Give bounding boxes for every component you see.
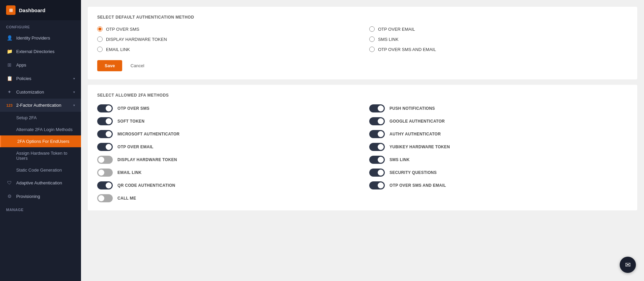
radio-display-hw[interactable]: DISPLAY HARDWARE TOKEN [97,36,356,42]
radio-input-otp-sms-email[interactable] [369,47,375,52]
toggle-label-t-display-hw: DISPLAY HARDWARE TOKEN [117,157,177,162]
radio-email-link[interactable]: EMAIL LINK [97,47,356,52]
toggle-t-qr[interactable] [97,181,113,189]
toggle-row-t-qr: QR CODE AUTHENTICATION [97,181,356,189]
toggle-row-t-push: PUSH NOTIFICATIONS [369,104,628,112]
sidebar-item-label: Customization [16,90,44,95]
app-icon: ⊞ [6,5,16,15]
toggle-t-soft[interactable] [97,117,113,125]
radio-input-display-hw[interactable] [97,36,103,42]
toggle-label-t-email-link: EMAIL LINK [117,170,141,175]
radio-input-email-link[interactable] [97,47,103,52]
provisioning-icon: ⚙ [6,194,13,199]
section-label-manage: Manage [0,203,81,214]
toggle-row-t-authy: AUTHY AUTHENTICATOR [369,130,628,138]
chevron-down-icon: ▾ [73,103,75,107]
toggle-label-t-authy: AUTHY AUTHENTICATOR [390,132,441,136]
chevron-down-icon: ▾ [73,77,75,80]
toggle-t-yubikey[interactable] [369,143,385,151]
sidebar-sub-alternate-2fa[interactable]: Alternate 2FA Login Methods [0,124,81,135]
sidebar-item-label: External Directories [16,49,54,54]
save-button[interactable]: Save [97,60,122,71]
apps-icon: ⊞ [6,62,13,68]
toggle-t-otp-sms-email[interactable] [369,181,385,189]
radio-label: SMS LINK [378,37,399,42]
toggle-label-t-sms-link: SMS LINK [390,157,410,162]
sidebar-item-provisioning[interactable]: ⚙ Provisioning [0,189,81,203]
toggle-label-t-google: GOOGLE AUTHENTICATOR [390,119,445,124]
external-dir-icon: 📁 [6,49,13,54]
radio-label: DISPLAY HARDWARE TOKEN [106,37,167,42]
toggle-label-t-yubikey: YUBIKEY HARDWARE TOKEN [390,145,450,149]
toggle-label-t-otp-sms-email: OTP OVER SMS AND EMAIL [390,183,446,188]
toggle-t-display-hw[interactable] [97,156,113,164]
toggle-label-t-soft: SOFT TOKEN [117,119,144,124]
toggle-label-t-call: CALL ME [117,196,136,201]
toggle-row-t-otp-sms: OTP OVER SMS [97,104,356,112]
sidebar-header: ⊞ Dashboard [0,0,81,20]
toggle-t-email-link[interactable] [97,169,113,177]
toggle-row-t-otp-sms-email: OTP OVER SMS AND EMAIL [369,181,628,189]
toggle-t-google[interactable] [369,117,385,125]
allowed-2fa-title: SELECT ALLOWED 2FA METHODS [97,93,628,98]
sidebar-sub-setup-2fa[interactable]: Setup 2FA [0,112,81,124]
sidebar-item-customization[interactable]: ✦ Customization ▾ [0,85,81,99]
radio-input-otp-email[interactable] [369,26,375,32]
sidebar-item-apps[interactable]: ⊞ Apps [0,58,81,72]
toggle-t-sec-q[interactable] [369,169,385,177]
cancel-button[interactable]: Cancel [127,60,147,71]
radio-otp-sms[interactable]: OTP OVER SMS [97,26,356,32]
sidebar-sub-label: Setup 2FA [16,115,37,120]
sidebar-item-2fa[interactable]: 123 2-Factor Authentication ▾ [0,99,81,112]
toggle-row-t-google: GOOGLE AUTHENTICATOR [369,117,628,125]
policies-icon: 📋 [6,76,13,81]
chevron-down-icon: ▾ [73,90,75,94]
toggle-row-t-display-hw: DISPLAY HARDWARE TOKEN [97,156,356,164]
main-content: SELECT DEFAULT AUTHENTICATION METHOD OTP… [81,0,644,281]
sidebar-sub-label: 2FA Options For EndUsers [17,139,70,144]
sidebar-item-label: Identity Providers [16,35,50,41]
chat-icon: ✉ [625,261,631,269]
radio-input-otp-sms[interactable] [97,26,103,32]
sidebar: ⊞ Dashboard Configure 👤 Identity Provide… [0,0,81,281]
sidebar-item-external-directories[interactable]: 📁 External Directories [0,45,81,58]
toggle-t-call[interactable] [97,194,113,202]
sidebar-sub-2fa-options[interactable]: 2FA Options For EndUsers [0,135,81,147]
toggle-row-t-ms: MICROSOFT AUTHENTICATOR [97,130,356,138]
section-label-configure: Configure [0,20,81,31]
sidebar-sub-assign-hardware[interactable]: Assign Hardware Token to Users [0,147,81,164]
sidebar-item-identity-providers[interactable]: 👤 Identity Providers [0,31,81,45]
sidebar-item-label: Provisioning [16,194,40,199]
radio-otp-sms-email[interactable]: OTP OVER SMS AND EMAIL [369,47,628,52]
chat-bubble[interactable]: ✉ [620,257,636,273]
toggle-t-ms[interactable] [97,130,113,138]
sidebar-sub-static-code[interactable]: Static Code Generation [0,164,81,176]
toggle-row-t-call: CALL ME [97,194,356,202]
sidebar-sub-label: Assign Hardware Token to Users [16,151,75,161]
sidebar-item-label: Adaptive Authentication [16,180,62,185]
radio-label: OTP OVER EMAIL [378,27,415,32]
toggle-t-authy[interactable] [369,130,385,138]
toggle-row-t-sec-q: SECURITY QUESTIONS [369,169,628,177]
toggle-label-t-ms: MICROSOFT AUTHENTICATOR [117,132,180,136]
toggle-label-t-sec-q: SECURITY QUESTIONS [390,170,437,175]
toggle-t-sms-link[interactable] [369,156,385,164]
allowed-2fa-card: SELECT ALLOWED 2FA METHODS OTP OVER SMS … [88,85,637,210]
default-auth-card: SELECT DEFAULT AUTHENTICATION METHOD OTP… [88,7,637,79]
sidebar-item-adaptive-auth[interactable]: 🛡 Adaptive Authentication [0,176,81,189]
radio-input-sms-link[interactable] [369,36,375,42]
adaptive-auth-icon: 🛡 [6,180,13,185]
sidebar-sub-label: Alternate 2FA Login Methods [16,127,73,132]
toggle-label-t-qr: QR CODE AUTHENTICATION [117,183,175,188]
2fa-icon: 123 [6,103,13,107]
sidebar-item-label: Apps [16,62,26,68]
identity-providers-icon: 👤 [6,35,13,41]
toggle-label-t-otp-email: OTP OVER EMAIL [117,145,154,149]
radio-sms-link[interactable]: SMS LINK [369,36,628,42]
toggle-t-push[interactable] [369,104,385,112]
toggle-t-otp-email[interactable] [97,143,113,151]
sidebar-item-policies[interactable]: 📋 Policies ▾ [0,72,81,85]
toggle-t-otp-sms[interactable] [97,104,113,112]
toggle-grid: OTP OVER SMS PUSH NOTIFICATIONS SOFT TOK… [97,104,628,202]
radio-otp-email[interactable]: OTP OVER EMAIL [369,26,628,32]
